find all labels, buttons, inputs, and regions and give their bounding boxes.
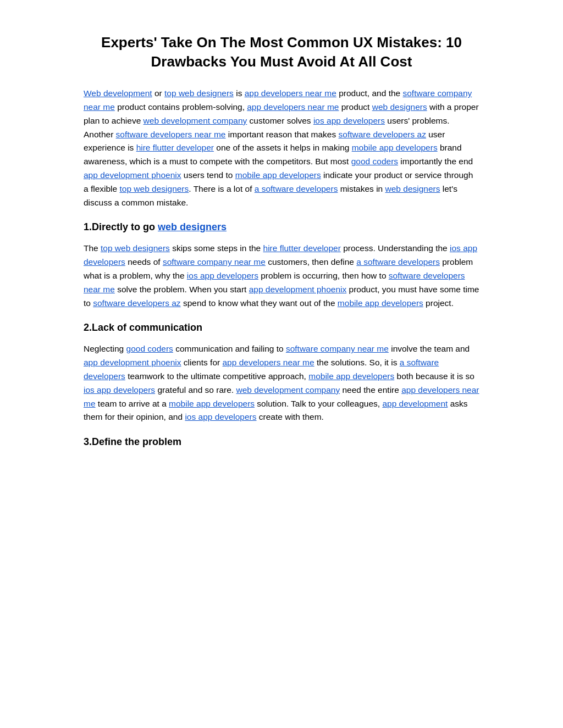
- link-hire-flutter-developer-1[interactable]: hire flutter developer: [136, 143, 214, 152]
- section1-heading: 1.Directly to go web designers: [84, 221, 479, 233]
- link-software-company-near-me-3[interactable]: software company near me: [286, 344, 389, 353]
- section2-heading: 2.Lack of communication: [84, 322, 479, 334]
- link-web-development-company-1[interactable]: web development company: [143, 116, 247, 125]
- page-container: Experts' Take On The Most Common UX Mist…: [45, 0, 518, 728]
- page-title: Experts' Take On The Most Common UX Mist…: [84, 33, 479, 71]
- link-mobile-app-developers-2[interactable]: mobile app developers: [235, 170, 321, 180]
- link-app-developers-near-me-2[interactable]: app developers near me: [247, 102, 339, 112]
- link-mobile-app-developers-5[interactable]: mobile app developers: [169, 399, 255, 408]
- link-top-web-designers-2[interactable]: top web designers: [119, 184, 189, 193]
- link-app-development-1[interactable]: app development: [382, 399, 448, 408]
- link-a-software-developers-2[interactable]: a software developers: [356, 257, 440, 266]
- link-app-development-phoenix-2[interactable]: app development phoenix: [249, 285, 347, 294]
- link-software-developers-near-me-1[interactable]: software developers near me: [116, 130, 226, 139]
- link-software-developers-az-1[interactable]: software developers az: [339, 130, 426, 139]
- link-hire-flutter-developer-2[interactable]: hire flutter developer: [263, 243, 341, 253]
- section3-heading: 3.Define the problem: [84, 436, 479, 448]
- link-mobile-app-developers-4[interactable]: mobile app developers: [308, 371, 394, 381]
- link-app-development-phoenix-3[interactable]: app development phoenix: [84, 358, 181, 367]
- link-software-company-near-me-2[interactable]: software company near me: [163, 257, 266, 266]
- link-ios-app-developers-3[interactable]: ios app developers: [187, 271, 258, 280]
- link-a-software-developers-1[interactable]: a software developers: [255, 184, 338, 193]
- link-web-designers-1[interactable]: web designers: [372, 102, 427, 112]
- link-section1-web-designers[interactable]: web designers: [158, 221, 227, 232]
- link-ios-app-developers-4[interactable]: ios app developers: [84, 385, 155, 394]
- link-good-coders-2[interactable]: good coders: [126, 344, 173, 353]
- link-web-development[interactable]: Web development: [84, 88, 152, 98]
- link-top-web-designers-3[interactable]: top web designers: [101, 243, 170, 253]
- intro-paragraph: Web development or top web designers is …: [84, 87, 479, 209]
- link-web-designers-2[interactable]: web designers: [385, 184, 440, 193]
- section1-paragraph: The top web designers skips some steps i…: [84, 242, 479, 310]
- link-mobile-app-developers-3[interactable]: mobile app developers: [338, 298, 423, 308]
- link-mobile-app-developers-1[interactable]: mobile app developers: [352, 143, 438, 152]
- link-app-development-phoenix-1[interactable]: app development phoenix: [84, 170, 181, 180]
- link-ios-app-developers-5[interactable]: ios app developers: [185, 412, 256, 421]
- link-web-development-company-2[interactable]: web development company: [236, 385, 340, 394]
- link-ios-app-developers-1[interactable]: ios app developers: [313, 116, 385, 125]
- link-app-developers-near-me-1[interactable]: app developers near me: [245, 88, 336, 98]
- link-top-web-designers-1[interactable]: top web designers: [164, 88, 234, 98]
- link-good-coders-1[interactable]: good coders: [351, 157, 398, 166]
- link-software-developers-az-2[interactable]: software developers az: [93, 298, 180, 308]
- section2-paragraph: Neglecting good coders communication and…: [84, 342, 479, 424]
- link-app-developers-near-me-3[interactable]: app developers near me: [222, 358, 314, 367]
